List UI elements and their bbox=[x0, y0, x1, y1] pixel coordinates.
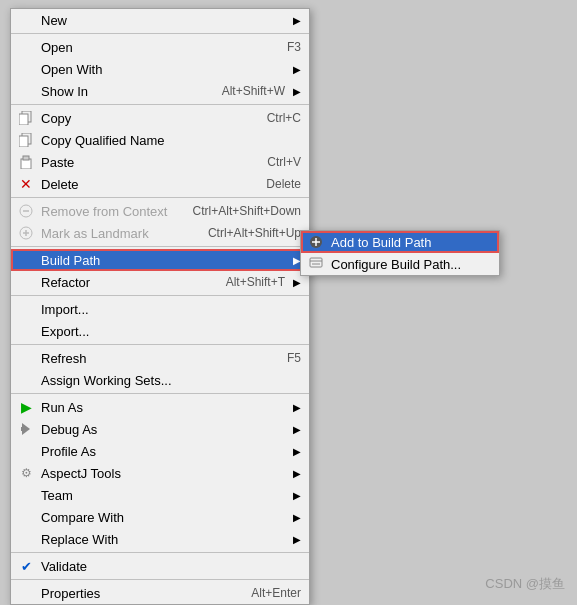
menu-item-mark-landmark[interactable]: Mark as Landmark Ctrl+Alt+Shift+Up bbox=[11, 222, 309, 244]
validate-icon: ✔ bbox=[17, 557, 35, 575]
remove-context-icon bbox=[17, 202, 35, 220]
mark-landmark-icon bbox=[17, 224, 35, 242]
arrow-icon: ▶ bbox=[293, 86, 301, 97]
menu-item-new[interactable]: New ▶ bbox=[11, 9, 309, 31]
svg-marker-11 bbox=[22, 423, 30, 435]
arrow-icon: ▶ bbox=[293, 490, 301, 501]
menu-item-open-with[interactable]: Open With ▶ bbox=[11, 58, 309, 80]
separator-3 bbox=[11, 197, 309, 198]
arrow-icon: ▶ bbox=[293, 424, 301, 435]
add-build-path-icon bbox=[307, 233, 325, 251]
menu-item-copy-qualified[interactable]: Copy Qualified Name bbox=[11, 129, 309, 151]
aspectj-icon: ⚙ bbox=[17, 464, 35, 482]
menu-item-build-path[interactable]: Build Path ▶ bbox=[11, 249, 309, 271]
menu-item-show-in[interactable]: Show In Alt+Shift+W ▶ bbox=[11, 80, 309, 102]
menu-item-compare-with[interactable]: Compare With ▶ bbox=[11, 506, 309, 528]
menu-item-replace-with[interactable]: Replace With ▶ bbox=[11, 528, 309, 550]
separator-4 bbox=[11, 246, 309, 247]
context-menu: New ▶ Open F3 Open With ▶ Show In Alt+Sh… bbox=[10, 8, 310, 605]
menu-item-properties[interactable]: Properties Alt+Enter bbox=[11, 582, 309, 604]
menu-item-profile-as[interactable]: Profile As ▶ bbox=[11, 440, 309, 462]
delete-icon: ✕ bbox=[17, 175, 35, 193]
arrow-icon: ▶ bbox=[293, 534, 301, 545]
separator-7 bbox=[11, 393, 309, 394]
debug-icon bbox=[17, 420, 35, 438]
menu-item-assign-working-sets[interactable]: Assign Working Sets... bbox=[11, 369, 309, 391]
submenu-item-add-to-build-path[interactable]: Add to Build Path bbox=[301, 231, 499, 253]
menu-item-import[interactable]: Import... bbox=[11, 298, 309, 320]
arrow-icon: ▶ bbox=[293, 402, 301, 413]
separator-9 bbox=[11, 579, 309, 580]
paste-icon bbox=[17, 153, 35, 171]
separator-2 bbox=[11, 104, 309, 105]
svg-rect-3 bbox=[19, 136, 28, 147]
submenu-build-path: Add to Build Path Configure Build Path..… bbox=[300, 230, 500, 276]
arrow-icon: ▶ bbox=[293, 512, 301, 523]
arrow-icon: ▶ bbox=[293, 15, 301, 26]
arrow-icon: ▶ bbox=[293, 277, 301, 288]
svg-rect-1 bbox=[19, 114, 28, 125]
menu-item-export[interactable]: Export... bbox=[11, 320, 309, 342]
separator-6 bbox=[11, 344, 309, 345]
svg-rect-16 bbox=[310, 258, 322, 267]
separator-1 bbox=[11, 33, 309, 34]
menu-item-open[interactable]: Open F3 bbox=[11, 36, 309, 58]
configure-build-path-icon bbox=[307, 255, 325, 273]
arrow-icon: ▶ bbox=[293, 64, 301, 75]
svg-rect-5 bbox=[23, 156, 29, 160]
watermark: CSDN @摸鱼 bbox=[485, 575, 565, 593]
menu-item-validate[interactable]: ✔ Validate bbox=[11, 555, 309, 577]
menu-item-paste[interactable]: Paste Ctrl+V bbox=[11, 151, 309, 173]
menu-item-refactor[interactable]: Refactor Alt+Shift+T ▶ bbox=[11, 271, 309, 293]
separator-8 bbox=[11, 552, 309, 553]
menu-item-refresh[interactable]: Refresh F5 bbox=[11, 347, 309, 369]
menu-item-run-as[interactable]: ▶ Run As ▶ bbox=[11, 396, 309, 418]
submenu-item-configure-build-path[interactable]: Configure Build Path... bbox=[301, 253, 499, 275]
menu-item-remove-context[interactable]: Remove from Context Ctrl+Alt+Shift+Down bbox=[11, 200, 309, 222]
menu-item-aspectj-tools[interactable]: ⚙ AspectJ Tools ▶ bbox=[11, 462, 309, 484]
arrow-icon: ▶ bbox=[293, 468, 301, 479]
menu-item-copy[interactable]: Copy Ctrl+C bbox=[11, 107, 309, 129]
run-icon: ▶ bbox=[17, 398, 35, 416]
arrow-icon: ▶ bbox=[293, 446, 301, 457]
copy-icon bbox=[17, 109, 35, 127]
menu-item-team[interactable]: Team ▶ bbox=[11, 484, 309, 506]
menu-item-debug-as[interactable]: Debug As ▶ bbox=[11, 418, 309, 440]
separator-5 bbox=[11, 295, 309, 296]
menu-item-delete[interactable]: ✕ Delete Delete bbox=[11, 173, 309, 195]
copy-qualified-icon bbox=[17, 131, 35, 149]
